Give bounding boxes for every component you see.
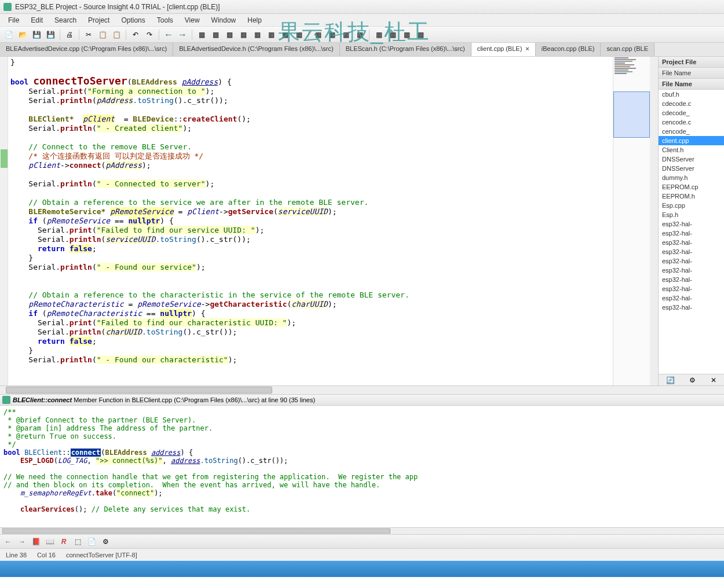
file-row[interactable]: dummy.h: [659, 173, 724, 182]
file-row[interactable]: Esp.h: [659, 210, 724, 219]
statusbar: Line 38 Col 16 connectToServer [UTF-8]: [0, 548, 724, 561]
tool-button[interactable]: ▦: [237, 28, 250, 41]
sidebar-bottom-toolbar: 🔄 ⚙ ✕: [659, 374, 724, 385]
file-row[interactable]: esp32-hal-: [659, 293, 724, 303]
file-row[interactable]: EEPROM.cp: [659, 182, 724, 192]
tab-bleadvdevice-cpp[interactable]: BLEAdvertisedDevice.cpp (C:\Program File…: [0, 43, 173, 56]
tool-button[interactable]: ▦: [414, 28, 427, 41]
file-row[interactable]: EEPROM.h: [659, 192, 724, 201]
sidebar-header-filename2[interactable]: File Name: [659, 79, 724, 90]
status-function: connectToServer [UTF-8]: [66, 552, 137, 558]
status-line: Line 38: [6, 552, 27, 558]
back-button[interactable]: ←: [162, 28, 175, 41]
context-hscrollbar[interactable]: [0, 527, 724, 534]
file-row[interactable]: client.cpp: [659, 136, 724, 145]
separator: [192, 30, 192, 40]
nav-back-button[interactable]: ←: [2, 536, 14, 547]
tool-button[interactable]: ▦: [209, 28, 222, 41]
context-code[interactable]: /** * @brief Connect to the partner (BLE…: [0, 406, 724, 527]
tool-button[interactable]: ▦: [251, 28, 264, 41]
doc-icon[interactable]: 📄: [86, 536, 97, 547]
file-row[interactable]: cdecode_: [659, 108, 724, 117]
overview-viewport[interactable]: [613, 91, 650, 138]
tool-button[interactable]: ▦: [400, 28, 413, 41]
overview-strip[interactable]: [613, 57, 658, 385]
relation-icon[interactable]: R: [58, 536, 70, 547]
tool-button[interactable]: ▦: [326, 28, 338, 41]
open-button[interactable]: 📂: [16, 28, 29, 41]
tab-bleadvdevice-h[interactable]: BLEAdvertisedDevice.h (C:\Program Files …: [173, 43, 340, 56]
print-button[interactable]: 🖨: [63, 28, 76, 41]
menu-help[interactable]: Help: [242, 14, 268, 26]
menu-project[interactable]: Project: [82, 14, 115, 26]
scrollbar-thumb[interactable]: [6, 387, 272, 394]
menu-edit[interactable]: Edit: [25, 14, 49, 26]
tab-client-cpp[interactable]: client.cpp (BLE)×: [471, 43, 536, 56]
file-list: cbuf.hcdecode.ccdecode_cencode.ccencode_…: [659, 90, 724, 374]
editor-hscrollbar[interactable]: [0, 385, 724, 394]
separator: [159, 30, 159, 40]
cut-button[interactable]: ✂: [82, 28, 95, 41]
nav-fwd-button[interactable]: →: [16, 536, 28, 547]
file-row[interactable]: cdecode.c: [659, 99, 724, 108]
file-row[interactable]: esp32-hal-: [659, 247, 724, 256]
tool-button[interactable]: ▦: [223, 28, 236, 41]
scrollbar-thumb[interactable]: [2, 528, 390, 534]
file-row[interactable]: esp32-hal-: [659, 284, 724, 293]
new-button[interactable]: 📄: [2, 28, 15, 41]
close-icon[interactable]: ×: [525, 45, 529, 52]
overview-scrollbar[interactable]: [650, 57, 658, 385]
refresh-icon[interactable]: 🔄: [666, 376, 675, 384]
copy-button[interactable]: 📋: [96, 28, 109, 41]
file-row[interactable]: esp32-hal-: [659, 275, 724, 284]
tool-button[interactable]: ▦: [195, 28, 208, 41]
tool-button[interactable]: ▦: [339, 28, 352, 41]
gear-icon[interactable]: ⚙: [100, 536, 111, 547]
tool-button[interactable]: ▦: [372, 28, 385, 41]
file-row[interactable]: cencode_: [659, 127, 724, 136]
tool-button[interactable]: ▦: [279, 28, 291, 41]
close-icon[interactable]: ✕: [711, 376, 716, 384]
tab-blescan-h[interactable]: BLEScan.h (C:\Program Files (x86)\...\sr…: [340, 43, 471, 56]
book-icon[interactable]: 📕: [30, 536, 42, 547]
file-row[interactable]: cbuf.h: [659, 90, 724, 99]
save-all-button[interactable]: 💾: [44, 28, 57, 41]
tool-button[interactable]: ▦: [353, 28, 366, 41]
menu-options[interactable]: Options: [115, 14, 151, 26]
file-row[interactable]: esp32-hal-: [659, 238, 724, 247]
tab-ibeacon-cpp[interactable]: iBeacon.cpp (BLE): [536, 43, 601, 56]
status-col: Col 16: [37, 552, 56, 558]
tool-button[interactable]: ▦: [292, 28, 305, 41]
forward-button[interactable]: →: [176, 28, 189, 41]
file-row[interactable]: esp32-hal-: [659, 266, 724, 275]
context-symbol: BLEClient::connect: [13, 396, 72, 403]
file-row[interactable]: esp32-hal-: [659, 229, 724, 238]
file-row[interactable]: cencode.c: [659, 117, 724, 127]
save-button[interactable]: 💾: [30, 28, 43, 41]
file-row[interactable]: Client.h: [659, 145, 724, 155]
menu-file[interactable]: File: [2, 14, 25, 26]
redo-button[interactable]: ↷: [143, 28, 156, 41]
paste-button[interactable]: 📋: [110, 28, 123, 41]
change-marker: [1, 149, 8, 168]
file-row[interactable]: DNSServer: [659, 155, 724, 164]
file-row[interactable]: esp32-hal-: [659, 256, 724, 266]
outline-icon[interactable]: ⬚: [72, 536, 83, 547]
tool-button[interactable]: ▦: [386, 28, 399, 41]
file-row[interactable]: Esp.cpp: [659, 201, 724, 210]
menu-view[interactable]: View: [179, 14, 206, 26]
undo-button[interactable]: ↶: [129, 28, 142, 41]
menu-search[interactable]: Search: [49, 14, 82, 26]
book-open-icon[interactable]: 📖: [44, 536, 56, 547]
tool-button[interactable]: ▦: [265, 28, 277, 41]
code-editor[interactable]: } bool connectToServer(BLEAddress pAddre…: [8, 57, 613, 385]
menu-window[interactable]: Window: [206, 14, 242, 26]
file-row[interactable]: esp32-hal-: [659, 219, 724, 229]
tool-button[interactable]: ▦: [312, 28, 324, 41]
tab-scan-cpp[interactable]: scan.cpp (BLE: [601, 43, 654, 56]
file-row[interactable]: esp32-hal-: [659, 303, 724, 312]
separator: [308, 30, 309, 40]
file-row[interactable]: DNSServer: [659, 164, 724, 173]
menu-tools[interactable]: Tools: [151, 14, 179, 26]
gear-icon[interactable]: ⚙: [689, 376, 696, 384]
